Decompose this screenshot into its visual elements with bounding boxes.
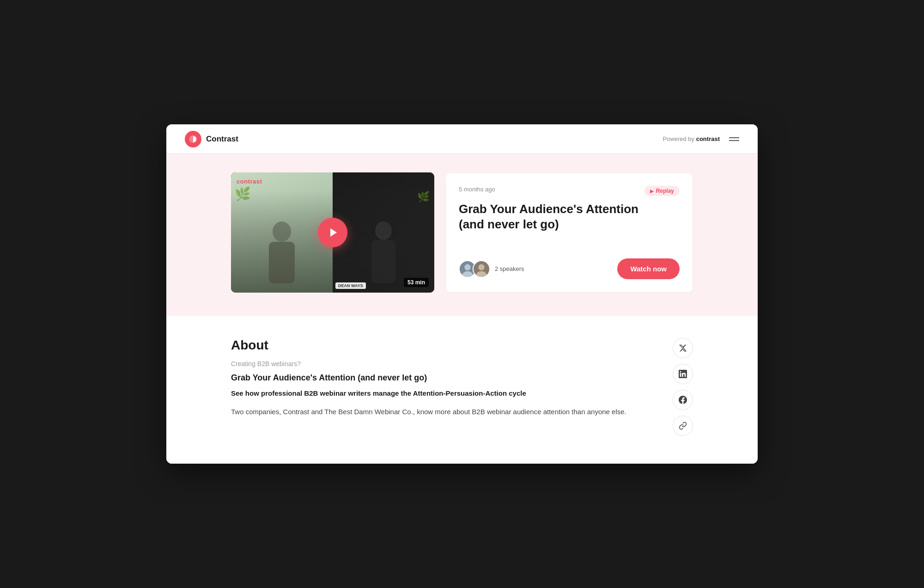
info-card: 5 months ago ▶ Replay Grab Your Audience… [445,172,693,293]
video-thumbnail: 🌿 🌿 [231,172,434,293]
watch-now-button[interactable]: Watch now [617,258,680,279]
nav-right: Powered by contrast [663,135,739,142]
svg-marker-5 [330,228,337,237]
speakers-count: 2 speakers [495,265,524,272]
contrast-logo-icon [185,131,201,147]
replay-icon: ▶ [650,189,654,194]
share-twitter-button[interactable] [673,338,693,358]
hero-section: 🌿 🌿 [166,154,758,316]
video-card[interactable]: 🌿 🌿 [231,172,434,293]
about-tagline: See how professional B2B webinar writers… [231,388,654,399]
nav-bar: Contrast Powered by contrast [166,124,758,154]
nav-logo: Contrast [185,131,238,147]
twitter-x-icon [679,344,687,352]
svg-point-7 [464,264,470,270]
social-buttons [673,338,693,436]
info-top: 5 months ago ▶ Replay [459,186,680,196]
copy-link-button[interactable] [673,416,693,436]
svg-rect-4 [371,240,395,283]
link-icon [679,422,687,430]
nav-logo-text: Contrast [206,135,238,144]
replay-badge: ▶ Replay [644,186,680,196]
svg-rect-2 [269,242,295,283]
svg-point-1 [273,221,291,242]
about-main: About Creating B2B webinars? Grab Your A… [231,338,654,436]
info-bottom: 2 speakers Watch now [459,258,680,279]
play-button[interactable] [318,218,347,247]
video-person-right: 🌿 DEAN WAYS [333,172,434,293]
about-body: Two companies, Contrast and The Best Dam… [231,406,654,417]
about-section: About Creating B2B webinars? Grab Your A… [166,316,758,464]
browser-window: Contrast Powered by contrast 🌿 [166,124,758,464]
share-facebook-button[interactable] [673,390,693,410]
hero-content: 🌿 🌿 [231,172,693,293]
video-brand-watermark: contrast [237,178,262,185]
about-heading: Grab Your Audience's Attention (and neve… [231,373,654,383]
powered-by-text: Powered by contrast [663,135,720,142]
replay-label: Replay [656,188,674,194]
plant-right-decoration: 🌿 [417,191,430,203]
svg-point-10 [478,264,484,270]
share-linkedin-button[interactable] [673,364,693,384]
about-subtitle: Creating B2B webinars? [231,360,654,368]
plant-left-decoration: 🌿 [235,186,251,202]
speakers-group: 2 speakers [459,260,524,278]
time-ago: 5 months ago [459,186,495,193]
menu-button[interactable] [729,137,739,141]
linkedin-icon [679,370,687,378]
event-title: Grab Your Audience's Attention (and neve… [459,202,680,232]
duration-badge: 53 min [404,278,429,287]
facebook-icon [679,396,687,404]
about-title: About [231,338,654,353]
speaker-name-badge: DEAN WAYS [335,282,366,289]
speaker-avatars [459,260,490,278]
speaker-avatar-2 [473,260,490,278]
svg-point-3 [375,221,392,240]
video-person-left: 🌿 [231,172,333,293]
